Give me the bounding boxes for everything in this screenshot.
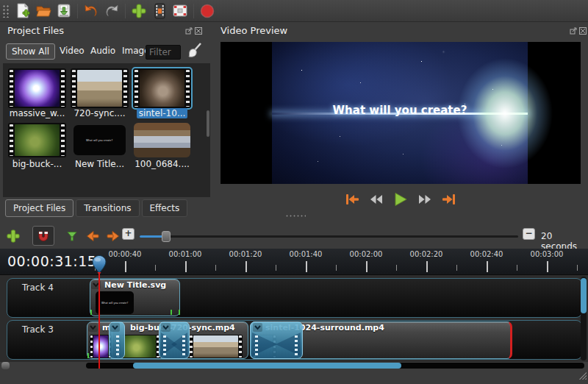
toolbar-separator: [125, 4, 126, 18]
timeline-vertical-scrollbar[interactable]: [581, 277, 587, 360]
filter-show-all-button[interactable]: Show All: [6, 43, 55, 60]
zoom-slider-handle[interactable]: [162, 231, 171, 242]
ruler-label: 00:02:40: [470, 250, 503, 258]
file-name-text: big-buck-...: [12, 159, 62, 169]
add-track-button[interactable]: [3, 227, 24, 246]
file-thumbnail-massive[interactable]: [8, 68, 66, 108]
filmstrip-holes: [10, 70, 13, 107]
export-video-icon: [199, 3, 215, 19]
main-toolbar: [0, 0, 588, 22]
clear-filter-button[interactable]: [187, 42, 203, 63]
file-thumbnail-new-title[interactable]: What will you create?: [74, 125, 126, 155]
files-scrollbar[interactable]: [207, 110, 209, 137]
jump-to-end-icon: [441, 192, 457, 207]
thumbnail-image: [140, 70, 184, 107]
add-track-icon: [6, 229, 21, 243]
undo-button[interactable]: [81, 1, 101, 21]
clip-trim-marker: [90, 310, 92, 315]
filmstrip-holes: [61, 124, 65, 156]
zoom-out-button[interactable]: −: [523, 228, 535, 240]
add-button[interactable]: [129, 1, 149, 21]
ruler-tick: [426, 261, 428, 272]
tab-transitions[interactable]: Transitions: [76, 199, 139, 217]
thumbnail-image: [77, 70, 122, 107]
snapping-toggle-button[interactable]: [32, 226, 54, 246]
vertical-scrollbar-handle[interactable]: [581, 278, 587, 313]
track-name: Track 3: [22, 324, 54, 335]
export-video-button[interactable]: [197, 1, 218, 21]
timeline-ruler[interactable]: 00:00:31:15 00:00:40 00:01:00 00:01:20 0…: [0, 249, 588, 275]
ruler-tick-minor: [456, 265, 457, 271]
clip-menu-chevron-icon[interactable]: [88, 323, 98, 332]
panel-splitter-handle[interactable]: [285, 214, 306, 218]
jump-to-start-button[interactable]: [343, 191, 361, 207]
ruler-tick: [245, 261, 247, 272]
import-files-button[interactable]: [149, 1, 170, 21]
redo-button[interactable]: [101, 1, 122, 21]
toolbar-separator: [193, 4, 194, 18]
float-panel-icon[interactable]: [185, 27, 193, 35]
next-marker-button[interactable]: [103, 227, 123, 246]
play-icon: [392, 191, 409, 207]
filmstrip-holes: [10, 124, 13, 156]
ruler-tick-minor: [155, 265, 156, 271]
filmstrip-holes: [123, 70, 127, 107]
filter-input[interactable]: [146, 45, 181, 60]
ruler-tick: [125, 261, 126, 272]
choose-profile-button[interactable]: [170, 1, 190, 21]
ruler-tick-minor: [215, 265, 216, 271]
play-button[interactable]: [392, 191, 409, 207]
float-panel-icon[interactable]: [570, 27, 577, 35]
open-project-button[interactable]: [33, 1, 54, 21]
add-marker-button[interactable]: [62, 227, 82, 246]
save-project-button[interactable]: [54, 1, 74, 21]
previous-marker-button[interactable]: [82, 227, 103, 246]
tab-project-files[interactable]: Project Files: [5, 199, 74, 217]
ruler-label: 00:01:00: [169, 250, 202, 258]
file-thumbnail-big-buck[interactable]: [8, 123, 66, 157]
rewind-button[interactable]: [368, 191, 385, 207]
playback-controls: [220, 188, 581, 211]
transition-holes: [295, 335, 298, 358]
tab-effects[interactable]: Effects: [142, 199, 188, 217]
file-thumbnail-720-sync[interactable]: [71, 68, 129, 108]
new-project-button[interactable]: [12, 1, 33, 21]
horizontal-scrollbar-handle[interactable]: [133, 363, 401, 369]
window-resize-grip[interactable]: [578, 371, 587, 380]
video-preview-dock-icons: [570, 27, 587, 35]
ruler-tick-minor: [517, 265, 517, 271]
close-panel-icon[interactable]: [195, 27, 202, 35]
transition-menu-chevron-icon[interactable]: [110, 323, 120, 332]
jump-to-end-button[interactable]: [440, 191, 458, 207]
ruler-label: 00:02:20: [410, 250, 443, 258]
redo-icon: [103, 2, 121, 20]
ruler-tick-minor: [577, 265, 578, 271]
title-caption-text: What will you create?: [86, 139, 112, 142]
file-thumbnail-sintel[interactable]: [133, 68, 191, 108]
toolbar-grip-handle[interactable]: [2, 4, 10, 18]
filter-video-button[interactable]: Video: [54, 43, 90, 58]
openshot-window: Project Files Show All Video Audio Image…: [0, 0, 588, 384]
transition-menu-chevron-icon[interactable]: [161, 323, 171, 332]
ruler-tick: [306, 261, 307, 272]
choose-profile-icon: [171, 3, 189, 19]
file-thumbnail-100-0684[interactable]: [134, 123, 190, 157]
ruler-tick-minor: [396, 265, 397, 271]
toolbar-separator: [77, 4, 78, 18]
fast-forward-button[interactable]: [416, 191, 434, 207]
file-name-text: massive_w...: [10, 108, 65, 118]
close-panel-icon[interactable]: [579, 27, 587, 35]
timeline-zoom-slider[interactable]: [140, 235, 518, 238]
zoom-in-button[interactable]: +: [122, 228, 135, 240]
playhead-pin-icon: [91, 255, 107, 275]
ruler-tick: [366, 261, 368, 272]
thumbnail-image: [193, 335, 238, 358]
stars-decoration: [272, 42, 273, 43]
transition-menu-chevron-icon[interactable]: [253, 323, 262, 332]
filter-audio-button[interactable]: Audio: [85, 43, 121, 58]
new-project-icon: [15, 2, 31, 20]
ruler-label: 00:00:40: [109, 250, 142, 258]
add-marker-icon: [66, 231, 78, 241]
playhead-handle[interactable]: [91, 255, 107, 278]
ruler-tick: [185, 261, 187, 272]
